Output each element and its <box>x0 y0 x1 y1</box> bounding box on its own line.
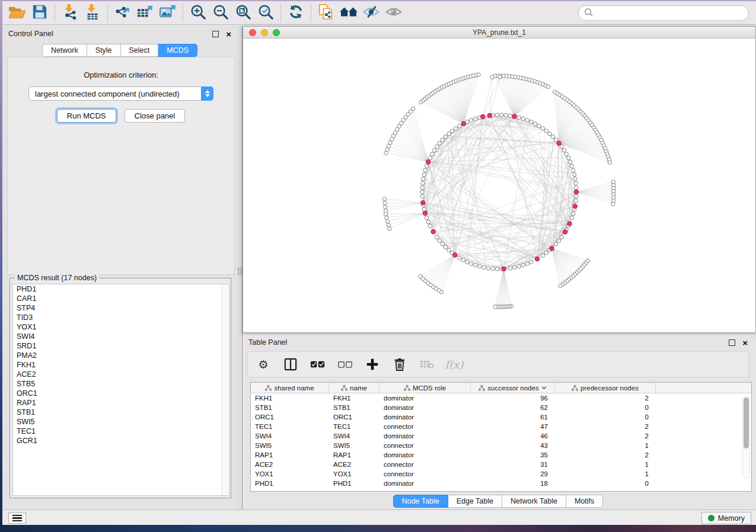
run-mcds-button[interactable]: Run MCDS <box>57 109 116 123</box>
table-scrollbar-thumb[interactable] <box>744 398 749 448</box>
table-cell: 2 <box>555 395 656 402</box>
table-row[interactable]: SWI4SWI4dominator462 <box>251 431 751 441</box>
list-item[interactable]: STP4 <box>13 303 229 313</box>
search-input[interactable] <box>578 5 749 21</box>
table-settings-button[interactable]: ⚙ <box>256 357 270 371</box>
delete-table-button[interactable] <box>420 357 434 371</box>
toolbar-separator <box>311 4 311 22</box>
node-table[interactable]: shared namenameMCDS rolesuccessor nodesp… <box>250 382 752 492</box>
mcds-result-list[interactable]: PHD1CAR1STP4TID3YOX1SWI4SRD1PMA2FKH1ACE2… <box>12 284 229 496</box>
criterion-dropdown[interactable]: largest connected component (undirected) <box>28 86 213 101</box>
control-panel-tabs: Network Style Select MCDS <box>2 44 237 57</box>
column-type-icon <box>265 385 272 391</box>
list-item[interactable]: PMA2 <box>13 351 229 360</box>
close-panel-button[interactable]: Close panel <box>125 109 186 123</box>
table-cell: FKH1 <box>329 395 379 402</box>
tab-select[interactable]: Select <box>121 44 159 57</box>
close-panel-icon[interactable]: × <box>742 339 748 346</box>
list-item[interactable]: TEC1 <box>13 427 229 436</box>
table-row[interactable]: STB1STB1dominator620 <box>251 403 751 412</box>
deselect-all-button[interactable] <box>338 357 352 371</box>
memory-button[interactable]: Memory <box>701 512 751 524</box>
add-column-button[interactable] <box>365 357 379 371</box>
list-item[interactable]: TID3 <box>13 313 229 322</box>
list-item[interactable]: SRD1 <box>13 341 229 351</box>
table-row[interactable]: TEC1TEC1connector472 <box>251 422 751 431</box>
control-panel-header: Control Panel × <box>2 26 237 41</box>
zoom-selected-button[interactable] <box>254 3 277 23</box>
table-row[interactable]: ACE2ACE2connector311 <box>251 460 751 469</box>
zoom-in-button[interactable] <box>187 3 209 23</box>
table-row[interactable]: RAP1RAP1dominator352 <box>251 450 751 460</box>
list-item[interactable]: FKH1 <box>13 360 229 370</box>
tab-mcds[interactable]: MCDS <box>158 44 197 57</box>
table-cell: connector <box>379 442 471 449</box>
list-item[interactable]: SWI5 <box>13 417 229 427</box>
column-header-predecessor-nodes[interactable]: predecessor nodes <box>555 383 656 393</box>
select-all-button[interactable] <box>311 357 325 371</box>
minimize-window-icon[interactable] <box>261 29 268 36</box>
tab-network[interactable]: Network <box>42 44 87 57</box>
table-row[interactable]: SWI5SWI5connector431 <box>251 441 751 450</box>
export-image-button[interactable] <box>157 3 179 23</box>
tab-motifs[interactable]: Motifs <box>566 495 603 508</box>
column-header-successor-nodes[interactable]: successor nodes <box>471 383 555 393</box>
table-row[interactable]: FKH1FKH1dominator962 <box>251 393 751 403</box>
float-window-icon[interactable] <box>212 31 219 37</box>
list-item[interactable]: PHD1 <box>13 284 229 294</box>
function-builder-button[interactable]: f(x) <box>447 357 461 371</box>
table-cell: 1 <box>555 442 656 449</box>
clone-network-button[interactable] <box>315 3 337 23</box>
import-network-button[interactable] <box>59 3 81 23</box>
close-window-icon[interactable] <box>249 29 256 36</box>
import-table-button[interactable] <box>81 3 104 23</box>
list-item[interactable]: CAR1 <box>13 294 229 303</box>
list-item[interactable]: STB1 <box>13 408 229 417</box>
open-session-button[interactable] <box>6 3 28 23</box>
hide-selected-button[interactable] <box>360 3 382 23</box>
panel-splitter[interactable] <box>237 26 243 509</box>
table-cell: 46 <box>471 432 555 440</box>
zoom-fit-button[interactable] <box>232 3 254 23</box>
table-scrollbar[interactable] <box>742 396 750 479</box>
table-row[interactable]: YOX1YOX1connector291 <box>251 469 751 479</box>
network-canvas[interactable] <box>243 39 755 332</box>
tab-network-table[interactable]: Network Table <box>502 495 566 508</box>
network-view-window: YPA_prune.txt_1 <box>243 26 756 333</box>
save-session-button[interactable] <box>28 3 51 23</box>
list-item[interactable]: ACE2 <box>13 370 229 379</box>
list-item[interactable]: RAP1 <box>13 398 229 408</box>
split-columns-button[interactable] <box>283 357 298 371</box>
list-item[interactable]: GCR1 <box>13 436 229 446</box>
tab-style[interactable]: Style <box>87 44 121 57</box>
mcds-list-scrollbar[interactable] <box>222 284 229 495</box>
list-item[interactable]: ORC1 <box>13 389 229 398</box>
table-cell: YOX1 <box>329 470 379 477</box>
show-all-button[interactable] <box>382 3 405 23</box>
panel-menu-button[interactable] <box>8 512 26 524</box>
tab-edge-table[interactable]: Edge Table <box>448 495 502 508</box>
export-table-button[interactable] <box>134 3 157 23</box>
tab-node-table[interactable]: Node Table <box>393 495 448 508</box>
table-row[interactable]: ORC1ORC1dominator610 <box>251 412 751 422</box>
splitter-handle-icon[interactable] <box>238 268 242 275</box>
apply-layout-button[interactable] <box>285 3 307 23</box>
zoom-out-button[interactable] <box>209 3 232 23</box>
column-header-MCDS-role[interactable]: MCDS role <box>379 383 471 393</box>
list-item[interactable]: YOX1 <box>13 322 229 332</box>
column-header-shared-name[interactable]: shared name <box>251 383 329 393</box>
column-header-name[interactable]: name <box>329 383 379 393</box>
first-neighbors-button[interactable] <box>337 3 360 23</box>
export-network-button[interactable] <box>111 3 134 23</box>
table-row[interactable]: PHD1PHD1dominator180 <box>251 479 751 488</box>
list-item[interactable]: STB5 <box>13 379 229 389</box>
toolbar-separator <box>183 4 183 22</box>
table-cell: ORC1 <box>251 414 329 421</box>
list-item[interactable]: SWI4 <box>13 332 229 341</box>
float-window-icon[interactable] <box>729 339 735 346</box>
column-type-icon <box>479 385 485 391</box>
maximize-window-icon[interactable] <box>273 29 280 36</box>
close-panel-icon[interactable]: × <box>226 31 231 37</box>
network-window-titlebar[interactable]: YPA_prune.txt_1 <box>243 27 755 39</box>
delete-column-button[interactable] <box>393 357 407 371</box>
